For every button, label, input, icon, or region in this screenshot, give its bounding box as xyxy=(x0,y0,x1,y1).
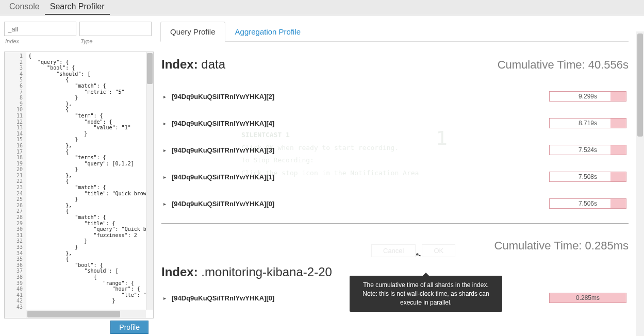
index-block-data: Index: data Cumulative Time: 40.556s ▸[9… xyxy=(161,57,629,224)
type-input-label: Type xyxy=(79,38,152,44)
chevron-right-icon: ▸ xyxy=(163,174,169,180)
query-editor[interactable]: 1 2 3 4 5 6 7 8 9 10 11 12 13 14 15 16 1… xyxy=(4,52,154,318)
left-panel: Index Type 1 2 3 4 5 6 7 8 9 10 11 12 13… xyxy=(0,15,156,336)
time-bar: 7.506s xyxy=(549,198,626,209)
tooltip-cumulative-time: The cumulative time of all shards in the… xyxy=(350,276,502,312)
time-bar: 8.719s xyxy=(549,118,626,128)
page-vertical-scrollbar[interactable] xyxy=(636,31,644,336)
editor-code[interactable]: { "query": { "bool": { "should": [ { "ma… xyxy=(26,52,153,318)
chevron-right-icon: ▸ xyxy=(163,121,169,126)
tab-console[interactable]: Console xyxy=(4,0,45,15)
shard-row[interactable]: ▸[94Dq9uKuQSilTRnIYwYHKA][4] 8.719s xyxy=(161,110,629,137)
index-input[interactable] xyxy=(4,22,76,36)
shard-row[interactable]: ▸[94Dq9uKuQSilTRnIYwYHKA][3] 7.524s xyxy=(161,137,629,163)
chevron-right-icon: ▸ xyxy=(163,94,169,99)
cumulative-time: Cumulative Time: 0.285ms xyxy=(494,239,629,253)
tab-aggregation-profile[interactable]: Aggregation Profile xyxy=(225,22,311,42)
shard-row[interactable]: ▸[94Dq9uKuQSilTRnIYwYHKA][0] 7.506s xyxy=(161,190,629,217)
chevron-right-icon: ▸ xyxy=(163,147,169,153)
shard-row[interactable]: ▸[94Dq9uKuQSilTRnIYwYHKA][1] 7.508s xyxy=(161,163,629,190)
time-bar: 7.508s xyxy=(549,172,626,182)
cumulative-time: Cumulative Time: 40.556s xyxy=(498,58,629,72)
editor-gutter: 1 2 3 4 5 6 7 8 9 10 11 12 13 14 15 16 1… xyxy=(5,52,26,318)
editor-vertical-scrollbar[interactable] xyxy=(146,52,153,310)
chevron-right-icon: ▸ xyxy=(163,295,169,301)
index-title: Index: data xyxy=(161,57,225,72)
chevron-right-icon: ▸ xyxy=(163,201,169,207)
tab-query-profile[interactable]: Query Profile xyxy=(160,22,225,42)
editor-horizontal-scrollbar[interactable] xyxy=(26,310,146,318)
time-bar: 0.285ms xyxy=(549,293,626,303)
tab-search-profiler[interactable]: Search Profiler xyxy=(45,0,110,15)
time-bar: 9.299s xyxy=(549,91,626,102)
shard-row[interactable]: ▸[94Dq9uKuQSilTRnIYwYHKA][2] 9.299s xyxy=(161,83,629,110)
profile-button[interactable]: Profile xyxy=(110,321,148,334)
time-bar: 7.524s xyxy=(549,145,626,155)
type-input[interactable] xyxy=(79,22,152,36)
index-input-label: Index xyxy=(4,38,76,44)
topbar: Console Search Profiler xyxy=(0,0,644,15)
divider xyxy=(161,223,629,224)
